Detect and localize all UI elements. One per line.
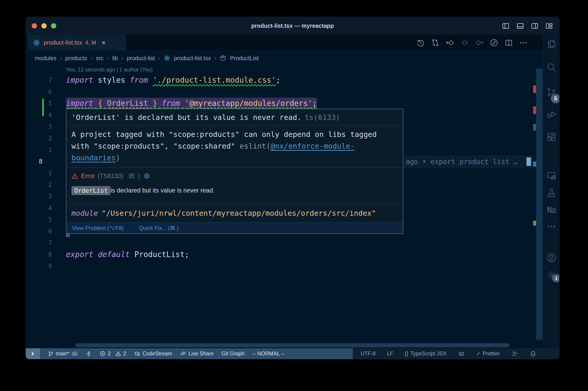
line-number: 4 — [39, 109, 52, 121]
eol-item[interactable]: LF — [387, 351, 393, 357]
status-bar-left: main* 2 2 CodeStream Live Share Git — [26, 348, 353, 359]
warning-count-icon — [115, 351, 121, 357]
compare-changes-icon[interactable] — [431, 38, 440, 47]
tooltip-actions: View Problem (⌥F8) Quick Fix... (⌘.) — [66, 223, 403, 233]
tooltip-eslint-message: A project tagged with "scope:products" c… — [66, 126, 403, 168]
change-marker-icon[interactable] — [460, 38, 469, 47]
encoding-item[interactable]: UTF-8 — [361, 351, 376, 357]
breadcrumb: modules › products › src › lib › product… — [26, 51, 543, 66]
eslint-rule-link[interactable]: @nx/enforce-module- — [271, 142, 355, 150]
copilot-icon[interactable] — [458, 350, 465, 357]
horizontal-scrollbar[interactable] — [75, 343, 509, 347]
breadcrumb-product-list[interactable]: product-list — [127, 55, 155, 62]
git-graph-item[interactable]: Git Graph — [222, 351, 245, 357]
breadcrumb-lib[interactable]: lib — [112, 55, 118, 62]
code-line-import-orderlist: import { OrderList } from '@myreactapp/m… — [66, 98, 317, 109]
line-number: 5 — [39, 98, 52, 109]
line-number: 3 — [39, 121, 52, 133]
line-number: 2 — [39, 179, 52, 191]
eslint-rule-link[interactable]: boundaries — [72, 153, 116, 162]
warning-triangle-icon — [72, 173, 78, 180]
line-number: 1 — [39, 144, 52, 156]
notifications-bell-icon[interactable] — [530, 350, 537, 357]
remote-indicator[interactable] — [26, 348, 40, 359]
error-squiggle-string: './product-list.module.css' — [153, 76, 276, 85]
timeline-history-icon[interactable] — [416, 38, 425, 47]
codelens-blame[interactable]: You, 12 seconds ago | 1 author (You) — [66, 67, 153, 73]
line-number: 7 — [39, 237, 52, 249]
line-number: 1 — [39, 168, 52, 179]
vim-mode-indicator: -- NORMAL -- — [252, 351, 285, 357]
ruler-warning-mark — [533, 221, 536, 226]
error-count: 2 — [108, 351, 111, 357]
error-count-icon — [99, 351, 106, 357]
codestream-item[interactable]: CodeStream — [134, 351, 172, 357]
tab-close-icon[interactable]: × — [101, 39, 106, 46]
live-share-item[interactable]: Live Share — [180, 351, 214, 357]
tooltip-error-row: Error(TS6133) | — [72, 168, 398, 184]
git-commits-item[interactable] — [86, 351, 92, 357]
previous-change-icon[interactable] — [446, 38, 454, 47]
toggle-panel-icon[interactable] — [516, 22, 524, 30]
ruler-cursor-mark — [533, 162, 536, 167]
tab-product-list[interactable]: product-list.tsx 4, M × — [28, 35, 126, 51]
error-squiggle-statement: import { OrderList } from '@myreactapp/m… — [66, 99, 317, 108]
customize-layout-icon[interactable] — [545, 22, 553, 30]
vertical-scrollbar[interactable] — [536, 69, 543, 340]
problems-item[interactable]: 2 2 — [99, 351, 126, 357]
extensions-icon[interactable] — [546, 132, 557, 142]
line-number: 5 — [39, 214, 52, 226]
run-debug-icon[interactable] — [546, 109, 557, 119]
remote-explorer-icon[interactable] — [546, 171, 557, 181]
search-icon[interactable] — [546, 62, 557, 73]
person-check-icon[interactable] — [511, 350, 518, 357]
globe-icon[interactable] — [144, 173, 150, 179]
ts-error-code: ts(6133) — [305, 113, 340, 122]
code-line-export-default: export default ProductList; — [66, 249, 189, 261]
titlebar: product-list.tsx — myreactapp — [26, 17, 559, 35]
account-icon[interactable] — [546, 253, 557, 263]
more-actions-icon[interactable] — [519, 38, 528, 47]
line-number: 9 — [39, 261, 52, 272]
external-link-icon[interactable] — [128, 173, 135, 179]
line-number: 6 — [39, 226, 52, 237]
code-line-import-styles: import styles from './product-list.modul… — [66, 74, 280, 86]
line-number: 7 — [39, 74, 52, 86]
branch-name: main* — [56, 351, 69, 357]
react-file-icon — [164, 55, 170, 62]
language-mode-item[interactable]: {} TypeScript JSX — [405, 351, 446, 357]
ruler-info-mark — [533, 124, 536, 130]
git-branch-item[interactable]: main* — [48, 351, 78, 357]
activity-bar: 5 N≥ 1 — [543, 35, 560, 348]
symbol-cube-icon — [220, 55, 227, 62]
toggle-sidebar-left-icon[interactable] — [502, 22, 510, 30]
publish-cloud-icon — [72, 351, 78, 357]
additional-views-icon[interactable] — [546, 221, 557, 232]
breadcrumb-symbol[interactable]: ProductList — [230, 55, 259, 62]
nx-console-icon[interactable]: N≥ — [546, 204, 557, 215]
ruler-error-mark — [533, 86, 536, 93]
tooltip-module-path: module"/Users/juri/nrwl/content/myreacta… — [66, 204, 403, 223]
testing-beaker-icon[interactable] — [546, 188, 557, 198]
open-changes-icon[interactable] — [490, 38, 499, 47]
breadcrumb-file[interactable]: product-list.tsx — [174, 55, 211, 62]
toggle-sidebar-right-icon[interactable] — [531, 22, 539, 30]
tooltip-error-detail: OrderList is declared but its value is n… — [72, 186, 398, 195]
breadcrumb-products[interactable]: products — [65, 55, 87, 62]
prettier-item[interactable]: ✓ Prettier — [476, 351, 500, 357]
tooltip-resize-grip[interactable] — [66, 233, 70, 237]
explorer-icon[interactable] — [546, 39, 557, 49]
settings-badge: 1 — [552, 274, 560, 282]
line-number: 2 — [39, 133, 52, 144]
modified-lines-gutter-marker — [42, 99, 44, 116]
next-change-icon[interactable] — [475, 38, 484, 47]
line-number: 4 — [39, 202, 52, 214]
split-editor-icon[interactable] — [504, 38, 513, 47]
view-problem-link[interactable]: View Problem (⌥F8) — [72, 225, 124, 231]
quick-fix-link[interactable]: Quick Fix... (⌘.) — [139, 225, 179, 231]
line-number: 6 — [39, 86, 52, 98]
breadcrumb-src[interactable]: src — [96, 55, 103, 62]
breadcrumb-modules[interactable]: modules — [35, 55, 57, 62]
line-number: 3 — [39, 191, 52, 202]
tooltip-ts-message: 'OrderList' is declared but its value is… — [66, 109, 403, 126]
